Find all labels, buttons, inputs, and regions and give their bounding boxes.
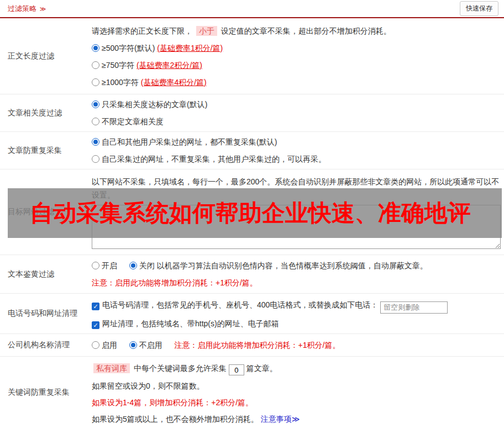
radio-porn-on[interactable]: 开启 bbox=[92, 261, 117, 270]
dedupe-filter-content: 自己和其他用户采集过的网址，都不重复采集(默认) 自己采集过的网址，不重复采集，… bbox=[92, 132, 504, 169]
radio-relevance-any[interactable]: 不限定文章相关度 bbox=[92, 115, 500, 128]
phone-cleanup-content: 电话号码清理，包括常见的手机号、座机号、400电话格式，或替换成如下电话： 网址… bbox=[92, 294, 504, 333]
radio-selected-icon bbox=[129, 262, 137, 269]
company-cleanup-content: 启用 不启用 注意：启用此功能将增加积分消耗：+1积分/篇。 bbox=[92, 334, 504, 356]
intro-highlight: 小于 bbox=[196, 26, 217, 36]
radio-porn-off[interactable]: 关闭 bbox=[129, 261, 155, 270]
keyword-note-zero: 如果留空或设为0，则不限篇数。 bbox=[92, 380, 500, 392]
page-title-text: 过滤策略 bbox=[8, 4, 36, 13]
row-porn-filter: 文本鉴黄过滤 开启 关闭 以机器学习算法自动识别色情内容，当色情概率达到系统阈值… bbox=[0, 255, 504, 294]
radio-label: 不启用 bbox=[139, 341, 162, 349]
radio-length-750[interactable]: ≥750字符 (基础费率2积分/篇) bbox=[92, 59, 500, 71]
keyword-note-five-text: 如果设为5篇或以上，也不会额外增加积分消耗。 bbox=[92, 415, 259, 423]
notice-link[interactable]: 注意事项≫ bbox=[261, 415, 300, 423]
chevron-expand-icon: ≫ bbox=[40, 6, 46, 12]
row-relevance-filter: 文章相关度过滤 只采集相关度达标的文章(默认) 不限定文章相关度 bbox=[0, 94, 504, 132]
radio-label: 关闭 bbox=[139, 261, 155, 270]
checkbox-checked-icon bbox=[92, 321, 99, 329]
company-cleanup-options: 启用 不启用 注意：启用此功能将增加积分消耗：+1积分/篇。 bbox=[92, 339, 500, 351]
page-header: 过滤策略 ≫ 快速保存 bbox=[0, 0, 504, 18]
filter-strategy-page: 过滤策略 ≫ 快速保存 正文长度过滤 请选择需求的正文长度下限， 小于 设定值的… bbox=[0, 0, 504, 424]
keyword-limit-line: 私有词库 中每个关键词最多允许采集 篇文章。 bbox=[92, 362, 500, 376]
row-company-cleanup: 公司机构名称清理 启用 不启用 注意：启用此功能将增加积分消耗：+1积分/篇。 bbox=[0, 334, 504, 357]
radio-label: 不限定文章相关度 bbox=[102, 117, 164, 126]
radio-label: ≥750字符 bbox=[102, 61, 136, 70]
length-filter-intro: 请选择需求的正文长度下限， 小于 设定值的文章不采集，超出部分不增加积分消耗。 bbox=[92, 25, 500, 37]
radio-label: 启用 bbox=[102, 341, 117, 349]
radio-label: 开启 bbox=[102, 261, 117, 270]
radio-unselected-icon bbox=[92, 118, 99, 125]
replacement-phone-input[interactable] bbox=[380, 301, 448, 314]
radio-selected-icon bbox=[92, 100, 99, 108]
radio-label: ≥500字符(默认) bbox=[102, 44, 155, 52]
porn-filter-desc: 以机器学习算法自动识别色情内容，当色情概率达到系统阈值，自动屏蔽文章。 bbox=[157, 261, 428, 270]
radio-label: ≥1000字符 bbox=[102, 78, 141, 87]
row-keyword-dedupe: 关键词防重复采集 私有词库 中每个关键词最多允许采集 篇文章。 如果留空或设为0… bbox=[0, 357, 504, 424]
relevance-filter-content: 只采集相关度达标的文章(默认) 不限定文章相关度 bbox=[92, 94, 504, 131]
radio-selected-icon bbox=[92, 138, 99, 146]
keyword-limit-text: 中每个关键词最多允许采集 bbox=[134, 364, 227, 373]
radio-unselected-icon bbox=[92, 155, 99, 163]
quick-save-button[interactable]: 快速保存 bbox=[460, 1, 498, 16]
checkbox-label: 网址清理，包括纯域名、带http(s)的网址、电子邮箱 bbox=[102, 319, 279, 328]
length-filter-label: 正文长度过滤 bbox=[0, 18, 92, 94]
radio-dedupe-self-only[interactable]: 自己采集过的网址，不重复采集，其他用户采集过的，可以再采。 bbox=[92, 153, 500, 165]
keyword-note-cost: 如果设为1-4篇，则增加积分消耗：+2积分/篇。 bbox=[92, 396, 500, 409]
fee-note: (基础费率4积分/篇) bbox=[141, 78, 207, 87]
porn-filter-options: 开启 关闭 以机器学习算法自动识别色情内容，当色情概率达到系统阈值，自动屏蔽文章… bbox=[92, 259, 500, 272]
keyword-max-count-input[interactable] bbox=[229, 364, 244, 375]
checkbox-url-cleanup[interactable]: 网址清理，包括纯域名、带http(s)的网址、电子邮箱 bbox=[92, 319, 279, 328]
radio-company-enable[interactable]: 启用 bbox=[92, 341, 117, 349]
row-phone-url-cleanup: 电话号码和网址清理 电话号码清理，包括常见的手机号、座机号、400电话格式，或替… bbox=[0, 294, 504, 334]
row-length-filter: 正文长度过滤 请选择需求的正文长度下限， 小于 设定值的文章不采集，超出部分不增… bbox=[0, 18, 504, 94]
radio-unselected-icon bbox=[92, 262, 99, 269]
page-title[interactable]: 过滤策略 ≫ bbox=[8, 4, 46, 14]
radio-selected-icon bbox=[129, 341, 137, 349]
porn-filter-content: 开启 关闭 以机器学习算法自动识别色情内容，当色情概率达到系统阈值，自动屏蔽文章… bbox=[92, 255, 504, 293]
intro-pre: 请选择需求的正文长度下限， bbox=[92, 26, 192, 35]
radio-length-1000[interactable]: ≥1000字符 (基础费率4积分/篇) bbox=[92, 76, 500, 88]
relevance-filter-label: 文章相关度过滤 bbox=[0, 94, 92, 131]
phone-cleanup-line: 电话号码清理，包括常见的手机号、座机号、400电话格式，或替换成如下电话： bbox=[92, 298, 500, 314]
radio-company-disable[interactable]: 不启用 bbox=[129, 341, 162, 349]
radio-label: 自己和其他用户采集过的网址，都不重复采集(默认) bbox=[102, 137, 277, 146]
intro-post: 设定值的文章不采集，超出部分不增加积分消耗。 bbox=[221, 26, 391, 35]
company-cleanup-label: 公司机构名称清理 bbox=[0, 334, 92, 356]
radio-unselected-icon bbox=[92, 78, 99, 86]
checkbox-phone-cleanup[interactable]: 电话号码清理，包括常见的手机号、座机号、400电话格式，或替换成如下电话： bbox=[92, 300, 378, 309]
row-dedupe-filter: 文章防重复采集 自己和其他用户采集过的网址，都不重复采集(默认) 自己采集过的网… bbox=[0, 132, 504, 169]
keyword-dedupe-label: 关键词防重复采集 bbox=[0, 357, 92, 424]
radio-dedupe-all-users[interactable]: 自己和其他用户采集过的网址，都不重复采集(默认) bbox=[92, 136, 500, 148]
url-cleanup-line: 网址清理，包括纯域名、带http(s)的网址、电子邮箱 bbox=[92, 317, 500, 330]
radio-length-500[interactable]: ≥500字符(默认) (基础费率1积分/篇) bbox=[92, 42, 500, 54]
checkbox-checked-icon bbox=[92, 303, 99, 310]
length-filter-content: 请选择需求的正文长度下限， 小于 设定值的文章不采集，超出部分不增加积分消耗。 … bbox=[92, 18, 504, 94]
keyword-note-five: 如果设为5篇或以上，也不会额外增加积分消耗。 注意事项≫ bbox=[92, 413, 500, 424]
radio-relevance-strict[interactable]: 只采集相关度达标的文章(默认) bbox=[92, 98, 500, 110]
watermark-text: 自动采集系统如何帮助企业快速、准确地评 bbox=[30, 198, 471, 229]
radio-selected-icon bbox=[92, 44, 99, 52]
keyword-limit-suffix: 篇文章。 bbox=[246, 364, 277, 373]
company-cleanup-note: 注意：启用此功能将增加积分消耗：+1积分/篇。 bbox=[175, 341, 340, 349]
radio-unselected-icon bbox=[92, 341, 99, 349]
checkbox-label: 电话号码清理，包括常见的手机号、座机号、400电话格式，或替换成如下电话： bbox=[102, 300, 378, 309]
radio-label: 只采集相关度达标的文章(默认) bbox=[102, 100, 207, 109]
porn-filter-note: 注意：启用此功能将增加积分消耗：+1积分/篇。 bbox=[92, 277, 500, 289]
radio-label: 自己采集过的网址，不重复采集，其他用户采集过的，可以再采。 bbox=[102, 155, 326, 163]
phone-cleanup-label: 电话号码和网址清理 bbox=[0, 294, 92, 333]
fee-note: (基础费率2积分/篇) bbox=[136, 61, 202, 70]
radio-unselected-icon bbox=[92, 61, 99, 69]
fee-note: (基础费率1积分/篇) bbox=[157, 44, 223, 52]
keyword-dedupe-content: 私有词库 中每个关键词最多允许采集 篇文章。 如果留空或设为0，则不限篇数。 如… bbox=[92, 357, 504, 424]
watermark-overlay: 自动采集系统如何帮助企业快速、准确地评 bbox=[8, 188, 502, 238]
dedupe-filter-label: 文章防重复采集 bbox=[0, 132, 92, 169]
private-lexicon-highlight: 私有词库 bbox=[93, 363, 130, 373]
porn-filter-label: 文本鉴黄过滤 bbox=[0, 255, 92, 293]
